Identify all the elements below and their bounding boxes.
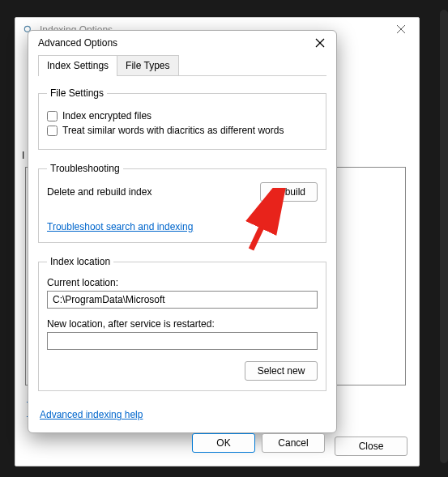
dialog-title: Advanced Options [38,37,117,49]
dialog-footer: OK Cancel [38,433,326,453]
ok-button[interactable]: OK [192,433,255,453]
close-icon[interactable] [396,23,412,39]
cancel-button[interactable]: Cancel [262,433,325,453]
new-location-input[interactable] [47,332,318,350]
dialog-titlebar: Advanced Options [28,31,336,55]
advanced-indexing-help-link[interactable]: Advanced indexing help [40,409,143,420]
tab-index-settings[interactable]: Index Settings [38,55,117,76]
bg-label: I [22,150,24,161]
advanced-options-dialog: Advanced Options Index Settings File Typ… [28,30,337,433]
tabs: Index Settings File Types [38,55,326,76]
troubleshooting-group: Troubleshooting Delete and rebuild index… [38,163,326,243]
select-new-button[interactable]: Select new [245,361,318,381]
close-icon[interactable] [312,35,328,51]
troubleshooting-legend: Troubleshooting [47,163,123,174]
file-settings-legend: File Settings [47,87,107,99]
delete-rebuild-label: Delete and rebuild index [47,186,151,198]
diacritics-checkbox[interactable] [47,126,58,136]
current-location-input[interactable] [47,291,318,309]
index-location-legend: Index location [47,256,113,267]
index-encrypted-label: Index encrypted files [62,110,151,121]
index-encrypted-checkbox[interactable] [47,111,58,121]
tab-file-types[interactable]: File Types [117,55,178,75]
new-location-label: New location, after service is restarted… [47,318,318,330]
index-location-group: Index location Current location: New loc… [38,256,326,391]
rebuild-button[interactable]: Rebuild [260,182,318,202]
page-scrollbar[interactable] [440,10,448,463]
file-settings-group: File Settings Index encrypted files Trea… [38,87,326,150]
close-button[interactable]: Close [335,437,407,456]
current-location-label: Current location: [47,277,318,288]
troubleshoot-link[interactable]: Troubleshoot search and indexing [47,221,193,232]
index-encrypted-row[interactable]: Index encrypted files [47,110,318,121]
diacritics-row[interactable]: Treat similar words with diacritics as d… [47,125,318,136]
diacritics-label: Treat similar words with diacritics as d… [62,125,284,136]
